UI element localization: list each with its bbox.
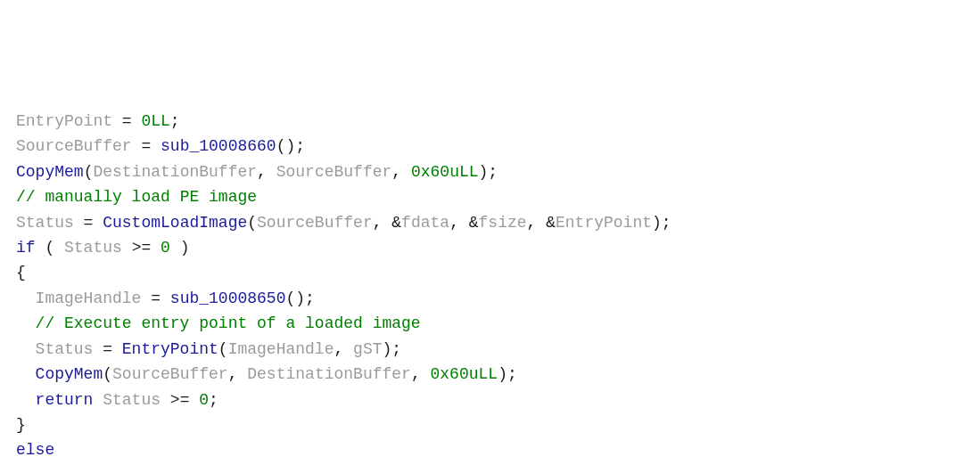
identifier: DestinationBuffer <box>247 365 411 383</box>
operator: >= <box>161 391 199 409</box>
space <box>93 391 103 409</box>
paren-close: ) <box>498 365 507 383</box>
identifier: DestinationBuffer <box>93 163 257 181</box>
ampersand: & <box>469 214 479 232</box>
comma: , <box>391 163 411 181</box>
identifier: Status <box>103 391 161 409</box>
operator: = <box>112 112 141 130</box>
comma: , <box>257 163 276 181</box>
code-line: { <box>16 260 964 285</box>
operator: = <box>141 290 169 307</box>
code-block: EntryPoint = 0LL;SourceBuffer = sub_1000… <box>16 109 964 465</box>
comma: , <box>449 214 469 232</box>
comment: // manually load PE image <box>16 188 257 206</box>
identifier: EntryPoint <box>556 214 652 232</box>
function-call: CopyMem <box>36 365 103 383</box>
keyword-return: return <box>36 391 94 409</box>
number-literal: 0x60uLL <box>411 163 479 181</box>
brace-open: { <box>16 264 26 281</box>
number-literal: 0 <box>161 239 170 257</box>
ampersand: & <box>546 214 556 232</box>
code-line: Status = CustomLoadImage(SourceBuffer, &… <box>16 210 964 235</box>
code-line: Status = EntryPoint(ImageHandle, gST); <box>16 337 964 362</box>
function-call: sub_10008650 <box>170 290 286 307</box>
identifier: SourceBuffer <box>112 365 228 383</box>
number-literal: 0LL <box>141 112 169 130</box>
code-line: else <box>16 437 964 462</box>
function-call: CustomLoadImage <box>103 214 247 232</box>
paren-close: ) <box>652 214 662 232</box>
semicolon: ; <box>170 112 180 130</box>
code-line: } <box>16 412 964 437</box>
code-line: if ( Status >= 0 ) <box>16 235 964 260</box>
paren-close: ) <box>170 239 190 257</box>
identifier: SourceBuffer <box>276 163 392 181</box>
function-call: EntryPoint <box>122 340 218 358</box>
brace-close: } <box>16 416 26 434</box>
operator: = <box>74 214 103 232</box>
identifier: Status <box>16 214 74 232</box>
identifier: fsize <box>479 214 527 232</box>
code-line: return Status >= 0; <box>16 388 964 412</box>
number-literal: 0 <box>199 391 209 409</box>
identifier: ImageHandle <box>36 290 142 307</box>
comma: , <box>411 365 431 383</box>
semicolon: ; <box>488 163 498 181</box>
comma: , <box>334 340 353 358</box>
comma: , <box>527 214 547 232</box>
code-line: SourceBuffer = sub_10008660(); <box>16 134 964 159</box>
identifier: gST <box>353 340 382 358</box>
identifier: ImageHandle <box>228 340 334 358</box>
semicolon: ; <box>209 391 218 409</box>
operator: >= <box>122 239 161 257</box>
identifier: Status <box>36 340 94 358</box>
semicolon: ; <box>662 214 671 232</box>
code-line: EntryPoint = 0LL; <box>16 109 964 134</box>
code-line: // Execute entry point of a loaded image <box>16 311 964 336</box>
paren-close: ) <box>383 340 392 358</box>
semicolon: ; <box>507 365 517 383</box>
code-line: // manually load PE image <box>16 184 964 209</box>
code-line: ImageHandle = sub_10008650(); <box>16 286 964 311</box>
semicolon: ; <box>295 137 305 155</box>
identifier: fdata <box>401 214 449 232</box>
ampersand: & <box>391 214 401 232</box>
comma: , <box>228 365 248 383</box>
number-literal: 0x60uLL <box>431 365 498 383</box>
identifier: SourceBuffer <box>16 137 132 155</box>
keyword-else: else <box>16 441 54 459</box>
semicolon: ; <box>305 290 315 307</box>
parens: () <box>276 137 296 155</box>
operator: = <box>132 137 161 155</box>
paren-open: ( <box>103 365 112 383</box>
comma: , <box>373 214 392 232</box>
identifier: SourceBuffer <box>257 214 373 232</box>
identifier: Status <box>64 239 122 257</box>
paren-open: ( <box>247 214 257 232</box>
function-call: CopyMem <box>16 163 84 181</box>
paren-open: ( <box>218 340 228 358</box>
code-line: CopyMem(SourceBuffer, DestinationBuffer,… <box>16 362 964 387</box>
paren-open: ( <box>36 239 64 257</box>
paren-open: ( <box>84 163 94 181</box>
identifier: EntryPoint <box>16 112 112 130</box>
operator: = <box>93 340 121 358</box>
semicolon: ; <box>391 340 401 358</box>
comment: // Execute entry point of a loaded image <box>36 314 421 332</box>
function-call: sub_10008660 <box>161 137 276 155</box>
keyword-if: if <box>16 239 36 257</box>
code-line: CopyMem(DestinationBuffer, SourceBuffer,… <box>16 159 964 184</box>
parens: () <box>285 290 305 307</box>
paren-close: ) <box>479 163 489 181</box>
